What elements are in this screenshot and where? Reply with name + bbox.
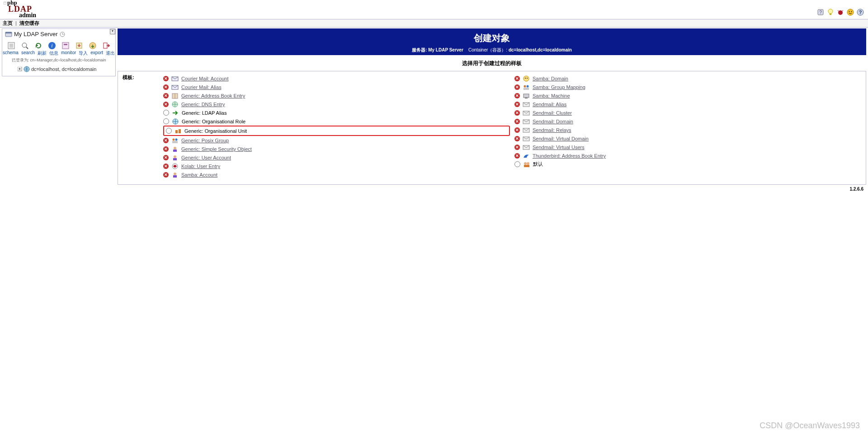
toolbar-link-导入[interactable]: 导入: [79, 50, 88, 56]
ldap-tree: dc=localhost, dc=localdomain: [2, 65, 115, 76]
template-link[interactable]: Generic: Address Book Entry: [181, 93, 245, 98]
svg-point-7: [847, 9, 854, 15]
svg-point-53: [524, 85, 526, 87]
collapse-left-pane-button[interactable]: ▾: [110, 29, 115, 34]
template-link[interactable]: Courier Mail: Account: [181, 76, 229, 81]
template-link[interactable]: Samba: Group Mapping: [533, 84, 585, 90]
template-link[interactable]: Sendmail: Cluster: [533, 110, 572, 116]
env-icon: [523, 127, 530, 133]
disabled-icon: [514, 145, 520, 150]
disabled-icon: [163, 164, 169, 169]
template-radio[interactable]: [163, 110, 169, 116]
toolbar-link-刷新[interactable]: 刷新: [38, 50, 47, 56]
svg-point-50: [524, 76, 529, 81]
refresh-icon[interactable]: [34, 41, 43, 50]
template-radio[interactable]: [166, 128, 172, 134]
smiley-icon[interactable]: [846, 8, 854, 16]
template-samba-group-mapping: Samba: Group Mapping: [514, 83, 861, 91]
export-icon[interactable]: [88, 41, 97, 50]
nav-purge-cache[interactable]: 清空缓存: [19, 20, 39, 26]
default-icon: [523, 161, 530, 168]
left-pane: ▾ My LDAP Server i schemasearch刷新信息monit…: [2, 28, 116, 76]
svg-line-20: [26, 47, 28, 49]
bug-icon[interactable]: [836, 8, 844, 16]
template-link[interactable]: Courier Mail: Alias: [181, 84, 222, 90]
template-label: Generic: LDAP Alias: [182, 110, 226, 116]
template-link[interactable]: Thunderbird: Address Book Entry: [533, 153, 606, 159]
template-label: 模板:: [123, 74, 150, 179]
search-icon[interactable]: [20, 41, 29, 50]
template-sendmail-virtual-domain: Sendmail: Virtual Domain: [514, 134, 861, 143]
template-link[interactable]: Samba: Domain: [533, 76, 568, 81]
svg-rect-46: [173, 158, 177, 160]
logout-icon[interactable]: [102, 41, 111, 50]
template-link[interactable]: Generic: Posix Group: [181, 138, 229, 143]
disabled-icon: [514, 153, 520, 159]
toolbar-link-schema[interactable]: schema: [3, 50, 19, 56]
nav-home[interactable]: 主页: [3, 20, 13, 26]
template-label: Generic: Organisational Unit: [184, 128, 247, 134]
template-generic-ldap-alias[interactable]: Generic: LDAP Alias: [163, 108, 510, 117]
svg-rect-66: [524, 165, 529, 167]
svg-point-51: [525, 78, 526, 79]
svg-text:?: ?: [819, 10, 822, 15]
import-icon[interactable]: [75, 41, 84, 50]
toolbar-link-export[interactable]: export: [90, 50, 103, 56]
template-samba-account: Samba: Account: [163, 170, 510, 179]
page-subheader: 服务器: My LDAP Server Container（容器）: dc=lo…: [118, 46, 866, 55]
help-icon[interactable]: ?: [856, 8, 864, 16]
template-link[interactable]: Generic: User Account: [181, 155, 231, 160]
clock-icon: [60, 32, 65, 37]
svg-point-40: [173, 138, 175, 140]
template-link[interactable]: Sendmail: Virtual Users: [533, 145, 585, 150]
template-radio[interactable]: [163, 118, 169, 124]
template-link[interactable]: Sendmail: Virtual Domain: [533, 136, 589, 141]
ou-icon: [175, 128, 182, 134]
disabled-icon: [514, 93, 520, 98]
template-link[interactable]: Sendmail: Domain: [533, 119, 573, 124]
template-link[interactable]: Sendmail: Relays: [533, 127, 571, 133]
template-courier-mail-alias: Courier Mail: Alias: [163, 83, 510, 91]
template-label: 默认: [533, 161, 543, 168]
template-generic-organisational-unit[interactable]: Generic: Organisational Unit: [163, 126, 510, 136]
template--[interactable]: 默认: [514, 160, 861, 168]
env-icon: [523, 110, 530, 116]
schema-icon[interactable]: [7, 41, 16, 50]
info-icon[interactable]: i: [47, 41, 57, 50]
toolbar-link-退出[interactable]: 退出: [106, 50, 115, 56]
template-label: Generic: Organisational Role: [182, 119, 245, 124]
tree-root-node[interactable]: dc=localhost, dc=localdomain: [18, 66, 113, 72]
lightbulb-icon[interactable]: [826, 8, 835, 16]
toolbar-link-search[interactable]: search: [21, 50, 35, 56]
tree-expand-icon[interactable]: [18, 67, 22, 71]
book-icon: [171, 93, 179, 99]
toolbar-link-信息[interactable]: 信息: [49, 50, 58, 56]
template-generic-simple-security-object: Generic: Simple Security Object: [163, 145, 510, 153]
group-icon: [171, 137, 179, 144]
toolbar-link-monitor[interactable]: monitor: [61, 50, 76, 56]
user-icon: [171, 154, 179, 161]
svg-point-41: [175, 138, 178, 140]
template-link[interactable]: Generic: DNS Entry: [181, 102, 225, 107]
template-link[interactable]: Sendmail: Alias: [533, 102, 566, 107]
template-sendmail-relays: Sendmail: Relays: [514, 126, 861, 134]
svg-rect-56: [524, 94, 529, 98]
template-link[interactable]: Generic: Simple Security Object: [181, 146, 252, 152]
disabled-icon: [163, 102, 169, 107]
template-radio[interactable]: [514, 161, 520, 167]
svg-point-19: [22, 43, 27, 47]
request-feature-icon[interactable]: ?: [816, 8, 825, 16]
env-icon: [523, 136, 530, 142]
template-link[interactable]: Samba: Account: [181, 172, 217, 178]
template-link[interactable]: Kolab: User Entry: [181, 164, 220, 169]
template-link[interactable]: Samba: Machine: [533, 93, 570, 98]
template-generic-dns-entry: Generic: DNS Entry: [163, 100, 510, 108]
template-generic-organisational-role[interactable]: Generic: Organisational Role: [163, 117, 510, 126]
svg-rect-39: [179, 129, 181, 133]
nav-bar: 主页 | 清空缓存: [0, 19, 868, 28]
svg-point-64: [524, 162, 527, 165]
svg-point-52: [527, 78, 528, 79]
mail-icon: [171, 84, 179, 90]
user-icon: [171, 146, 179, 152]
monitor-icon[interactable]: [61, 41, 70, 50]
